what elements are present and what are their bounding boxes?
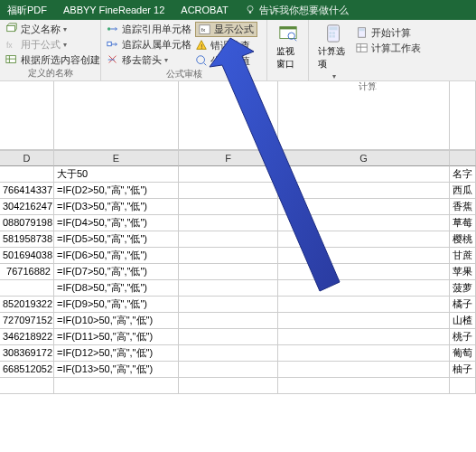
eval-formula-label: 公式求值	[210, 54, 250, 68]
watch-window-button[interactable]: 监视窗口	[273, 22, 303, 71]
cell[interactable]: 柚子	[450, 362, 476, 378]
col-header-f[interactable]: F	[179, 151, 278, 166]
cell[interactable]: 山楂	[450, 313, 476, 329]
cell[interactable]	[179, 313, 278, 329]
cell[interactable]: =IF(D12>50,"高","低")	[54, 345, 179, 362]
tell-me-label: 告诉我你想要做什么	[259, 4, 349, 17]
calc-sheet-button[interactable]: 计算工作表	[356, 41, 421, 55]
cell[interactable]	[179, 215, 278, 231]
cell[interactable]	[278, 199, 450, 215]
cell[interactable]	[179, 264, 278, 280]
cell[interactable]: 橘子	[450, 297, 476, 313]
tab-acrobat[interactable]: ACROBAT	[181, 5, 228, 15]
cell[interactable]	[179, 297, 278, 313]
cell[interactable]	[278, 329, 450, 345]
cell[interactable]	[179, 280, 278, 297]
col-header-d[interactable]: D	[0, 151, 54, 166]
cell[interactable]: 304216247	[0, 199, 54, 215]
cell[interactable]: =IF(D13>50,"高","低")	[54, 362, 179, 378]
define-name-button[interactable]: 定义名称▾	[5, 22, 95, 36]
cell[interactable]: 727097152	[0, 313, 54, 329]
cell[interactable]	[278, 183, 450, 199]
col-header-e[interactable]: E	[54, 151, 179, 166]
cell[interactable]: 501694038	[0, 248, 54, 264]
tell-me-search[interactable]: 告诉我你想要做什么	[245, 4, 349, 17]
cell[interactable]	[278, 231, 450, 248]
cell[interactable]	[278, 297, 450, 313]
cell[interactable]: 樱桃	[450, 231, 476, 248]
remove-arrows-button[interactable]: 移去箭头▾	[107, 52, 191, 67]
svg-rect-20	[330, 35, 332, 38]
spreadsheet[interactable]: D E F G 大于50名字766414337=IF(D2>50,"高","低"…	[0, 81, 476, 394]
trace-precedents-button[interactable]: 追踪引用单元格	[107, 22, 191, 36]
group-formula-audit-label: 公式审核	[107, 68, 261, 81]
cell[interactable]	[0, 280, 54, 297]
error-check-icon: !	[195, 39, 208, 52]
cell[interactable]	[179, 166, 278, 183]
svg-point-7	[107, 27, 111, 31]
cell[interactable]	[278, 313, 450, 329]
cell[interactable]	[278, 345, 450, 362]
cell[interactable]: 088079198	[0, 215, 54, 231]
cell[interactable]: =IF(D5>50,"高","低")	[54, 231, 179, 248]
cell[interactable]: =IF(D2>50,"高","低")	[54, 183, 179, 199]
cell[interactable]	[179, 329, 278, 345]
cell[interactable]	[278, 280, 450, 297]
svg-point-0	[247, 6, 253, 12]
cell[interactable]	[179, 231, 278, 248]
cell[interactable]	[179, 362, 278, 378]
cell[interactable]: 西瓜	[450, 183, 476, 199]
error-check-button[interactable]: ! 错误检查	[195, 38, 257, 52]
cell[interactable]: 甘蔗	[450, 248, 476, 264]
cell[interactable]: 葡萄	[450, 345, 476, 362]
tab-foxit[interactable]: 福昕PDF	[7, 4, 47, 17]
cell[interactable]: =IF(D11>50,"高","低")	[54, 329, 179, 345]
col-header-h[interactable]	[450, 151, 476, 166]
cell[interactable]	[278, 264, 450, 280]
cell[interactable]: 581958738	[0, 231, 54, 248]
tag-icon	[5, 23, 18, 35]
cell[interactable]: 766414337	[0, 183, 54, 199]
cell[interactable]: 草莓	[450, 215, 476, 231]
cell[interactable]	[179, 199, 278, 215]
cell[interactable]: =IF(D7>50,"高","低")	[54, 264, 179, 280]
show-formulas-label: 显示公式	[214, 23, 254, 36]
cell[interactable]	[179, 248, 278, 264]
cell[interactable]	[179, 183, 278, 199]
svg-rect-14	[279, 27, 295, 30]
cell[interactable]	[278, 215, 450, 231]
show-formulas-button[interactable]: fx 显示公式	[195, 22, 257, 37]
tab-abbyy[interactable]: ABBYY FineReader 12	[63, 5, 164, 15]
calc-now-icon	[356, 26, 369, 39]
cell[interactable]: 大于50	[54, 166, 179, 183]
cell[interactable]: =IF(D10>50,"高","低")	[54, 313, 179, 329]
cell[interactable]	[278, 166, 450, 183]
cell[interactable]: 名字	[450, 166, 476, 183]
cell[interactable]: =IF(D4>50,"高","低")	[54, 215, 179, 231]
cell[interactable]: 852019322	[0, 297, 54, 313]
create-from-selection-button[interactable]: 根据所选内容创建	[5, 52, 95, 67]
group-defined-names-label: 定义的名称	[5, 67, 95, 80]
cell[interactable]	[179, 345, 278, 362]
calc-now-button[interactable]: 开始计算	[356, 25, 421, 40]
cell[interactable]: 668512052	[0, 362, 54, 378]
cell[interactable]: 苹果	[450, 264, 476, 280]
cell[interactable]: 香蕉	[450, 199, 476, 215]
trace-dependents-button[interactable]: 追踪从属单元格	[107, 37, 191, 52]
cell[interactable]: 76716882	[0, 264, 54, 280]
cell[interactable]: 菠萝	[450, 280, 476, 297]
calc-options-button[interactable]: 计算选项 ▾	[314, 22, 354, 80]
cell[interactable]: 桃子	[450, 329, 476, 345]
cell[interactable]: 308369172	[0, 345, 54, 362]
eval-formula-button[interactable]: 公式求值	[195, 53, 257, 68]
cell[interactable]: =IF(D6>50,"高","低")	[54, 248, 179, 264]
cell[interactable]	[0, 166, 54, 183]
create-from-selection-label: 根据所选内容创建	[21, 53, 100, 67]
cell[interactable]: =IF(D9>50,"高","低")	[54, 297, 179, 313]
cell[interactable]: 346218922	[0, 329, 54, 345]
cell[interactable]: =IF(D8>50,"高","低")	[54, 280, 179, 297]
col-header-g[interactable]: G	[278, 151, 450, 166]
cell[interactable]	[278, 362, 450, 378]
cell[interactable]: =IF(D3>50,"高","低")	[54, 199, 179, 215]
cell[interactable]	[278, 248, 450, 264]
